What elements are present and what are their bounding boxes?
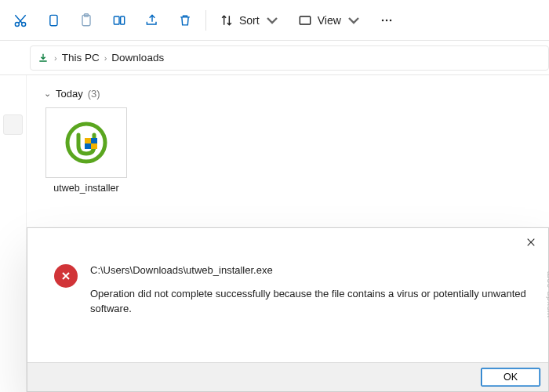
toolbar: Sort View — [0, 0, 549, 41]
error-text: Operation did not complete successfully … — [90, 286, 531, 317]
share-button[interactable] — [136, 5, 168, 36]
chevron-right-icon: › — [54, 53, 57, 63]
toolbar-separator — [205, 10, 206, 31]
file-item[interactable]: utweb_installer — [44, 107, 129, 194]
svg-rect-7 — [300, 16, 310, 24]
more-button[interactable] — [371, 5, 402, 36]
breadcrumb-root[interactable]: This PC — [62, 52, 100, 64]
dialog-footer: OK — [27, 362, 548, 391]
svg-rect-14 — [91, 143, 97, 149]
close-icon — [526, 238, 536, 247]
nav-placeholder — [8, 49, 27, 67]
breadcrumb-folder[interactable]: Downloads — [111, 52, 164, 64]
file-thumbnail — [45, 107, 127, 178]
svg-point-1 — [22, 22, 26, 26]
svg-rect-13 — [85, 138, 91, 143]
svg-point-8 — [382, 19, 384, 21]
dialog-body: C:\Users\Downloads\utweb_installer.exe O… — [27, 256, 548, 362]
svg-rect-5 — [114, 16, 119, 24]
delete-button[interactable] — [169, 5, 201, 36]
error-dialog: C:\Users\Downloads\utweb_installer.exe O… — [27, 227, 549, 392]
ok-button[interactable]: OK — [481, 368, 540, 387]
svg-point-9 — [386, 19, 388, 21]
svg-point-0 — [15, 22, 19, 26]
sidebar-item[interactable] — [3, 114, 23, 135]
copy-button[interactable] — [38, 5, 69, 36]
breadcrumb[interactable]: › This PC › Downloads — [30, 45, 549, 71]
close-button[interactable] — [520, 233, 542, 252]
error-path: C:\Users\Downloads\utweb_installer.exe — [90, 263, 531, 278]
group-label: Today — [56, 88, 83, 100]
cut-button[interactable] — [5, 5, 36, 36]
chevron-down-icon — [346, 13, 362, 28]
error-icon — [54, 264, 78, 288]
dialog-message: C:\Users\Downloads\utweb_installer.exe O… — [90, 263, 531, 358]
utorrent-icon — [64, 121, 108, 165]
view-label: View — [318, 14, 341, 27]
download-icon — [37, 52, 49, 64]
sidebar — [0, 75, 27, 392]
group-header[interactable]: ⌄ Today (3) — [44, 88, 532, 100]
svg-rect-6 — [121, 16, 125, 24]
svg-point-10 — [390, 19, 392, 21]
address-bar: › This PC › Downloads — [0, 41, 549, 75]
dialog-titlebar — [27, 228, 548, 256]
svg-rect-2 — [50, 15, 57, 25]
watermark: wsxdn.com — [544, 270, 549, 318]
file-name: utweb_installer — [44, 183, 129, 194]
chevron-down-icon: ⌄ — [44, 89, 51, 99]
rename-button[interactable] — [104, 5, 135, 36]
chevron-right-icon: › — [104, 53, 107, 63]
paste-button[interactable] — [71, 5, 102, 36]
view-button[interactable]: View — [289, 5, 369, 36]
group-count: (3) — [88, 88, 100, 100]
sort-button[interactable]: Sort — [211, 5, 288, 36]
sort-label: Sort — [239, 14, 260, 27]
chevron-down-icon — [264, 13, 280, 28]
